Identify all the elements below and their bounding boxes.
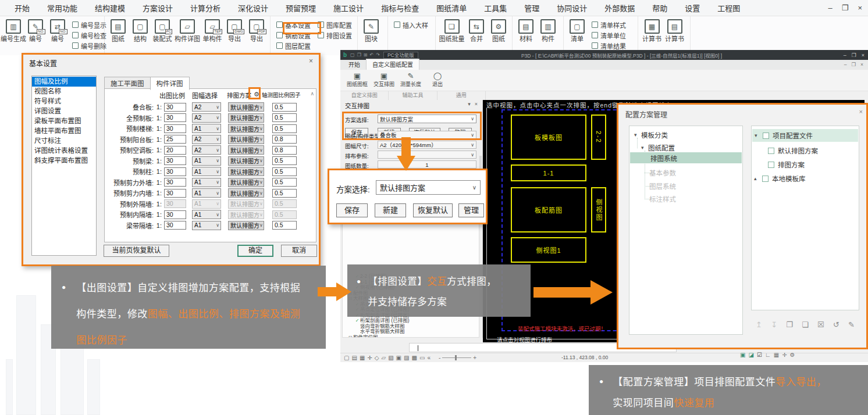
status-tool-icon[interactable]: ▤ bbox=[351, 355, 357, 361]
pc-ribbon-tab[interactable]: 自定义图纸配置 bbox=[366, 59, 419, 70]
tree-item-layer-system[interactable]: 图层系统 bbox=[649, 181, 676, 191]
checkbox[interactable] bbox=[768, 162, 774, 168]
ribbon-tab[interactable]: 结构建模 bbox=[86, 2, 134, 13]
axon-factor-input[interactable]: 0.5 bbox=[272, 103, 297, 112]
sheet-size-select[interactable]: A2∨ bbox=[192, 113, 221, 123]
ok-button[interactable]: 确定 bbox=[237, 245, 273, 257]
sheet-size-select[interactable]: A1∨ bbox=[192, 199, 221, 209]
merge-button[interactable]: ⇆ 合并 bbox=[465, 18, 488, 44]
sheet-count-input[interactable]: 1 bbox=[378, 160, 476, 169]
sheet-frame-tool[interactable]: ▣ 图纸图框 bbox=[344, 70, 371, 91]
layout-plan-select[interactable]: 默认排图方∨ bbox=[228, 199, 264, 209]
status-tool-icon[interactable]: ▱ bbox=[381, 355, 386, 361]
tree-item-template-category[interactable]: ▾模板分类 bbox=[634, 130, 668, 140]
numbering-display-button[interactable]: 编号显示 bbox=[72, 20, 106, 30]
sheet-type-select[interactable]: 叠合板 ∨ bbox=[378, 131, 476, 139]
axon-factor-input[interactable]: 0.5 bbox=[272, 178, 297, 187]
status-tool-icon[interactable]: ▨ bbox=[404, 355, 409, 361]
list-result-button[interactable]: 清单结果 bbox=[592, 41, 626, 51]
ribbon-tab[interactable]: 工具集 bbox=[475, 2, 515, 13]
download-icon[interactable]: ↧ bbox=[771, 320, 777, 329]
zoom-handle[interactable] bbox=[455, 355, 457, 360]
close-button[interactable]: × bbox=[862, 52, 865, 58]
dialog-category-item[interactable]: 视图名称 bbox=[32, 87, 96, 96]
interactive-layout-tool[interactable]: ▣ 交互排图 bbox=[371, 70, 397, 91]
scale-input[interactable]: 30 bbox=[164, 124, 186, 133]
export-dwg-button[interactable]: ▢DWG 导出 bbox=[223, 18, 246, 44]
scroll-up-icon[interactable]: ∧ bbox=[310, 91, 314, 96]
tree-item-local-template-library[interactable]: ▴本地模板库 bbox=[754, 172, 806, 185]
scale-input[interactable]: 30 bbox=[164, 178, 186, 187]
reset-icon[interactable]: ↺ bbox=[833, 320, 839, 329]
tree-item-sheet-config[interactable]: ▾图纸配置 bbox=[641, 142, 675, 153]
cancel-button[interactable]: 取消 bbox=[281, 245, 317, 257]
scale-input[interactable]: 30 bbox=[164, 167, 186, 176]
status-tool-icon[interactable]: ▢ bbox=[344, 355, 349, 361]
axon-factor-input[interactable]: 0.5 bbox=[272, 167, 297, 176]
layout-plan-select[interactable]: 默认排图方∨ bbox=[228, 210, 264, 219]
axon-factor-input[interactable]: 0.5 bbox=[272, 113, 297, 122]
zoom-in-icon[interactable]: + bbox=[473, 355, 476, 361]
ribbon-tab[interactable]: 方案设计 bbox=[134, 2, 182, 13]
edition-select[interactable]: PC全功能版 bbox=[383, 52, 418, 59]
ribbon-tab[interactable]: 工程图 bbox=[709, 2, 749, 13]
scheme-select[interactable]: 默认排图方案 ∨ bbox=[376, 180, 481, 195]
axon-factor-input[interactable]: 0.5 bbox=[272, 199, 297, 208]
axon-factor-input[interactable]: 0.5 bbox=[272, 210, 297, 219]
restore-button[interactable]: ❐ bbox=[842, 3, 849, 12]
view-tree-item[interactable]: ⊟ 构件定位图 bbox=[343, 335, 479, 338]
layout-plan-select[interactable]: 默认排图方∨ bbox=[228, 178, 264, 187]
component-list-button[interactable]: ▥ 构件 bbox=[537, 18, 559, 44]
sheet-button[interactable]: ▤ 图纸 bbox=[107, 18, 129, 44]
close-icon[interactable]: × bbox=[475, 101, 478, 107]
close-button[interactable]: × bbox=[858, 3, 862, 12]
layout-plan-select[interactable]: 默认排图方∨ bbox=[228, 124, 264, 133]
zoom-out-icon[interactable]: - bbox=[439, 355, 440, 361]
close-icon[interactable]: × bbox=[859, 108, 863, 115]
tree-item-default-layout-scheme[interactable]: 默认排图方案 bbox=[768, 144, 818, 157]
exit-tool[interactable]: ◯ 退出 bbox=[424, 70, 451, 91]
view-box-section-1-1[interactable]: 1-1 bbox=[511, 164, 586, 181]
layer-config-button[interactable]: 图层配置 bbox=[276, 41, 311, 51]
sheet-size-select[interactable]: A1∨ bbox=[192, 178, 221, 187]
new-button[interactable]: 新建 bbox=[375, 203, 406, 217]
ribbon-tab[interactable]: 帮助 bbox=[643, 2, 676, 13]
checkbox[interactable] bbox=[762, 176, 769, 182]
scale-input[interactable]: 30 bbox=[164, 156, 186, 165]
insert-detail-button[interactable]: 插入大样 bbox=[394, 20, 428, 30]
status-tool-icon[interactable]: « bbox=[427, 355, 431, 361]
edit-icon[interactable]: ✎ bbox=[848, 320, 855, 329]
status-tool-icon[interactable]: ◇ bbox=[375, 355, 379, 361]
basic-settings-button[interactable]: 基本设置 bbox=[276, 20, 311, 30]
pc-ribbon-tab[interactable]: 开始 bbox=[343, 59, 366, 70]
save-button[interactable]: 保存 bbox=[336, 203, 368, 217]
drawing-mode-icon[interactable]: ▦ bbox=[774, 352, 779, 358]
ribbon-tab[interactable]: 施工设计 bbox=[325, 2, 372, 13]
status-tool-icon[interactable]: ▩ bbox=[412, 355, 417, 361]
axon-factor-input[interactable]: 0.8 bbox=[272, 146, 297, 155]
view-box-section-2-2[interactable]: 2-2 bbox=[591, 115, 606, 160]
ribbon-tab[interactable]: 协同设计 bbox=[548, 2, 596, 13]
layout-plan-select[interactable]: 默认排图方∨ bbox=[228, 113, 264, 123]
status-tool-icon[interactable]: ▦ bbox=[360, 355, 365, 361]
scale-input[interactable]: 30 bbox=[164, 199, 186, 208]
ribbon-tab[interactable]: 设置 bbox=[676, 2, 709, 13]
tree-item-layout-scheme[interactable]: 排图方案 bbox=[768, 158, 805, 171]
ribbon-tab[interactable]: 外部数据 bbox=[596, 2, 643, 13]
material-button[interactable]: ▤ 材料 bbox=[515, 18, 537, 44]
numbering-check-button[interactable]: 编号检查 bbox=[72, 30, 106, 40]
scale-input[interactable]: 30 bbox=[164, 189, 186, 198]
list-button[interactable]: ▢ 清单 bbox=[566, 18, 588, 44]
status-tool-icon[interactable]: ▣ bbox=[396, 355, 401, 361]
drawing-mode-icon[interactable]: ∟ bbox=[765, 352, 771, 358]
restore-current-page-button[interactable]: 当前页恢复默认 bbox=[104, 245, 169, 257]
dialog-category-item[interactable]: 详图统计表格设置 bbox=[32, 146, 96, 156]
restore-button[interactable]: ❐ bbox=[851, 62, 856, 67]
collapse-icon[interactable]: ▾ bbox=[468, 101, 471, 107]
drawing-mode-icon[interactable]: ✛ bbox=[782, 352, 787, 358]
numbering-generate-button[interactable]: ▥ 编号生成 bbox=[2, 18, 24, 44]
view-box-rebar[interactable]: 板配筋图 bbox=[511, 187, 586, 232]
dialog-tab[interactable]: 构件详图 bbox=[150, 77, 190, 90]
layout-plan-select[interactable]: 默认排图方∨ bbox=[228, 188, 264, 198]
status-tool-icon[interactable]: ✛ bbox=[367, 355, 372, 361]
